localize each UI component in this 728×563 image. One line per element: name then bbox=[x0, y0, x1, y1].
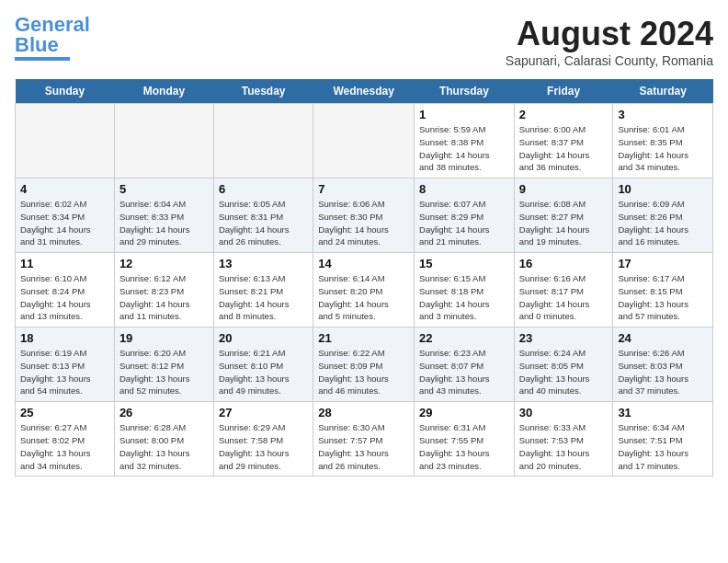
week-row-2: 4Sunrise: 6:02 AM Sunset: 8:34 PM Daylig… bbox=[16, 178, 713, 253]
days-header-row: SundayMondayTuesdayWednesdayThursdayFrid… bbox=[16, 79, 713, 104]
day-cell: 6Sunrise: 6:05 AM Sunset: 8:31 PM Daylig… bbox=[213, 178, 313, 253]
day-cell: 20Sunrise: 6:21 AM Sunset: 8:10 PM Dayli… bbox=[213, 327, 313, 402]
day-info: Sunrise: 6:23 AM Sunset: 8:07 PM Dayligh… bbox=[419, 347, 509, 397]
day-header-monday: Monday bbox=[114, 79, 213, 104]
day-cell: 28Sunrise: 6:30 AM Sunset: 7:57 PM Dayli… bbox=[313, 402, 415, 477]
day-info: Sunrise: 6:09 AM Sunset: 8:26 PM Dayligh… bbox=[618, 198, 708, 248]
day-number: 21 bbox=[318, 331, 409, 345]
day-cell: 31Sunrise: 6:34 AM Sunset: 7:51 PM Dayli… bbox=[613, 402, 713, 477]
day-number: 31 bbox=[618, 406, 708, 419]
day-cell: 21Sunrise: 6:22 AM Sunset: 8:09 PM Dayli… bbox=[313, 327, 415, 402]
day-number: 28 bbox=[318, 406, 409, 419]
day-info: Sunrise: 6:00 AM Sunset: 8:37 PM Dayligh… bbox=[519, 123, 609, 174]
week-row-1: 1Sunrise: 5:59 AM Sunset: 8:38 PM Daylig… bbox=[16, 104, 713, 178]
day-info: Sunrise: 6:20 AM Sunset: 8:12 PM Dayligh… bbox=[119, 347, 209, 397]
day-info: Sunrise: 6:12 AM Sunset: 8:23 PM Dayligh… bbox=[119, 272, 209, 323]
day-number: 3 bbox=[618, 108, 708, 121]
day-number: 4 bbox=[20, 182, 109, 196]
day-number: 19 bbox=[119, 331, 209, 345]
day-cell: 18Sunrise: 6:19 AM Sunset: 8:13 PM Dayli… bbox=[16, 327, 115, 402]
logo: General Blue bbox=[15, 15, 90, 61]
day-info: Sunrise: 6:10 AM Sunset: 8:24 PM Dayligh… bbox=[20, 272, 109, 323]
calendar-body: 1Sunrise: 5:59 AM Sunset: 8:38 PM Daylig… bbox=[16, 104, 713, 477]
day-cell: 9Sunrise: 6:08 AM Sunset: 8:27 PM Daylig… bbox=[514, 178, 613, 253]
day-cell: 1Sunrise: 5:59 AM Sunset: 8:38 PM Daylig… bbox=[415, 104, 515, 178]
day-cell: 7Sunrise: 6:06 AM Sunset: 8:30 PM Daylig… bbox=[313, 178, 415, 253]
day-cell bbox=[114, 104, 213, 178]
day-number: 8 bbox=[419, 182, 509, 196]
day-number: 14 bbox=[318, 257, 409, 270]
day-number: 27 bbox=[219, 406, 308, 419]
day-header-friday: Friday bbox=[514, 79, 613, 104]
day-info: Sunrise: 6:14 AM Sunset: 8:20 PM Dayligh… bbox=[318, 272, 409, 323]
week-row-4: 18Sunrise: 6:19 AM Sunset: 8:13 PM Dayli… bbox=[16, 327, 713, 402]
day-cell: 22Sunrise: 6:23 AM Sunset: 8:07 PM Dayli… bbox=[415, 327, 515, 402]
day-number: 5 bbox=[119, 182, 209, 196]
day-header-saturday: Saturday bbox=[613, 79, 713, 104]
day-cell bbox=[213, 104, 313, 178]
day-info: Sunrise: 6:27 AM Sunset: 8:02 PM Dayligh… bbox=[20, 421, 109, 472]
day-header-tuesday: Tuesday bbox=[213, 79, 313, 104]
header: General Blue August 2024 Sapunari, Calar… bbox=[15, 15, 713, 68]
day-number: 13 bbox=[219, 257, 308, 270]
day-cell: 19Sunrise: 6:20 AM Sunset: 8:12 PM Dayli… bbox=[114, 327, 213, 402]
day-number: 9 bbox=[519, 182, 609, 196]
day-info: Sunrise: 6:17 AM Sunset: 8:15 PM Dayligh… bbox=[618, 272, 708, 323]
day-header-thursday: Thursday bbox=[415, 79, 515, 104]
day-cell: 27Sunrise: 6:29 AM Sunset: 7:58 PM Dayli… bbox=[213, 402, 313, 477]
location: Sapunari, Calarasi County, Romania bbox=[506, 53, 713, 68]
day-number: 12 bbox=[119, 257, 209, 270]
day-info: Sunrise: 6:13 AM Sunset: 8:21 PM Dayligh… bbox=[219, 272, 308, 323]
day-number: 2 bbox=[519, 108, 609, 121]
day-number: 10 bbox=[618, 182, 708, 196]
day-number: 18 bbox=[20, 331, 109, 345]
day-cell: 23Sunrise: 6:24 AM Sunset: 8:05 PM Dayli… bbox=[514, 327, 613, 402]
day-info: Sunrise: 6:16 AM Sunset: 8:17 PM Dayligh… bbox=[519, 272, 609, 323]
day-info: Sunrise: 6:34 AM Sunset: 7:51 PM Dayligh… bbox=[618, 421, 708, 472]
logo-bar bbox=[15, 57, 70, 61]
day-info: Sunrise: 6:21 AM Sunset: 8:10 PM Dayligh… bbox=[219, 347, 308, 397]
day-number: 30 bbox=[519, 406, 609, 419]
day-cell: 25Sunrise: 6:27 AM Sunset: 8:02 PM Dayli… bbox=[16, 402, 115, 477]
day-cell: 8Sunrise: 6:07 AM Sunset: 8:29 PM Daylig… bbox=[415, 178, 515, 253]
day-cell: 17Sunrise: 6:17 AM Sunset: 8:15 PM Dayli… bbox=[613, 253, 713, 327]
day-cell: 24Sunrise: 6:26 AM Sunset: 8:03 PM Dayli… bbox=[613, 327, 713, 402]
day-cell: 29Sunrise: 6:31 AM Sunset: 7:55 PM Dayli… bbox=[415, 402, 515, 477]
day-info: Sunrise: 6:26 AM Sunset: 8:03 PM Dayligh… bbox=[618, 347, 708, 397]
day-cell: 2Sunrise: 6:00 AM Sunset: 8:37 PM Daylig… bbox=[514, 104, 613, 178]
logo-text: General Blue bbox=[15, 15, 90, 55]
day-header-sunday: Sunday bbox=[16, 79, 115, 104]
day-number: 20 bbox=[219, 331, 308, 345]
day-info: Sunrise: 6:15 AM Sunset: 8:18 PM Dayligh… bbox=[419, 272, 509, 323]
day-cell: 4Sunrise: 6:02 AM Sunset: 8:34 PM Daylig… bbox=[16, 178, 115, 253]
day-cell: 16Sunrise: 6:16 AM Sunset: 8:17 PM Dayli… bbox=[514, 253, 613, 327]
day-info: Sunrise: 6:08 AM Sunset: 8:27 PM Dayligh… bbox=[519, 198, 609, 248]
day-number: 29 bbox=[419, 406, 509, 419]
day-cell: 14Sunrise: 6:14 AM Sunset: 8:20 PM Dayli… bbox=[313, 253, 415, 327]
day-cell: 15Sunrise: 6:15 AM Sunset: 8:18 PM Dayli… bbox=[415, 253, 515, 327]
day-cell bbox=[313, 104, 415, 178]
day-number: 1 bbox=[419, 108, 509, 121]
week-row-3: 11Sunrise: 6:10 AM Sunset: 8:24 PM Dayli… bbox=[16, 253, 713, 327]
day-header-wednesday: Wednesday bbox=[313, 79, 415, 104]
day-number: 23 bbox=[519, 331, 609, 345]
month-year: August 2024 bbox=[506, 15, 713, 53]
day-info: Sunrise: 6:33 AM Sunset: 7:53 PM Dayligh… bbox=[519, 421, 609, 472]
day-number: 16 bbox=[519, 257, 609, 270]
day-info: Sunrise: 6:02 AM Sunset: 8:34 PM Dayligh… bbox=[20, 198, 109, 248]
day-cell: 11Sunrise: 6:10 AM Sunset: 8:24 PM Dayli… bbox=[16, 253, 115, 327]
day-number: 11 bbox=[20, 257, 109, 270]
day-info: Sunrise: 6:29 AM Sunset: 7:58 PM Dayligh… bbox=[219, 421, 308, 472]
day-cell: 13Sunrise: 6:13 AM Sunset: 8:21 PM Dayli… bbox=[213, 253, 313, 327]
day-number: 17 bbox=[618, 257, 708, 270]
day-cell: 30Sunrise: 6:33 AM Sunset: 7:53 PM Dayli… bbox=[514, 402, 613, 477]
day-number: 15 bbox=[419, 257, 509, 270]
day-info: Sunrise: 6:28 AM Sunset: 8:00 PM Dayligh… bbox=[119, 421, 209, 472]
day-cell bbox=[16, 104, 115, 178]
day-info: Sunrise: 6:22 AM Sunset: 8:09 PM Dayligh… bbox=[318, 347, 409, 397]
day-info: Sunrise: 6:05 AM Sunset: 8:31 PM Dayligh… bbox=[219, 198, 308, 248]
day-number: 25 bbox=[20, 406, 109, 419]
day-cell: 10Sunrise: 6:09 AM Sunset: 8:26 PM Dayli… bbox=[613, 178, 713, 253]
day-number: 24 bbox=[618, 331, 708, 345]
day-info: Sunrise: 6:06 AM Sunset: 8:30 PM Dayligh… bbox=[318, 198, 409, 248]
